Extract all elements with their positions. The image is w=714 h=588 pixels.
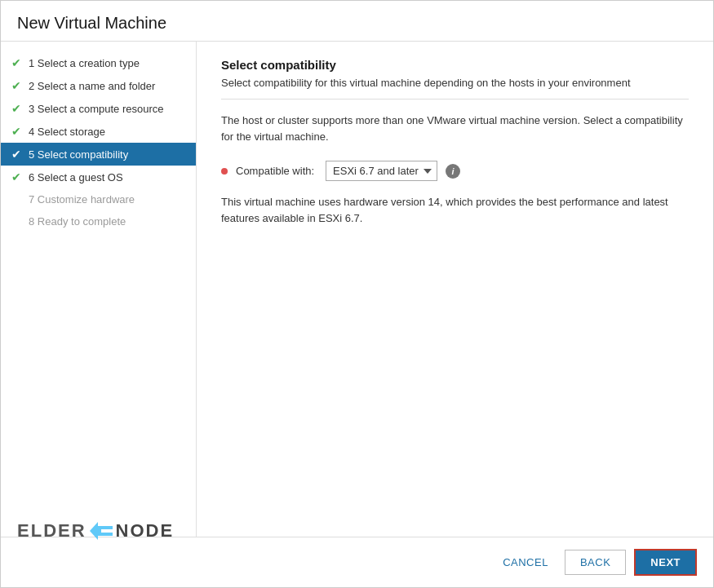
hw-info-text: This virtual machine uses hardware versi…: [221, 194, 689, 226]
sidebar-item-1[interactable]: ✔ 1 Select a creation type: [1, 51, 196, 74]
info-icon[interactable]: i: [446, 164, 460, 179]
step-6-icon: ✔: [9, 170, 24, 183]
sidebar-item-6-text: Select a guest OS: [38, 171, 123, 183]
sidebar-item-5-label: 5: [29, 148, 34, 161]
sidebar: ✔ 1 Select a creation type ✔ 2 Select a …: [1, 42, 197, 537]
dialog-title: New Virtual Machine: [17, 14, 697, 33]
compat-select[interactable]: ESXi 6.7 and later ESXi 6.5 and later ES…: [326, 161, 437, 181]
watermark-logo-arrows: [90, 522, 113, 540]
next-button[interactable]: NEXT: [634, 549, 697, 576]
section-title: Select compatibility: [221, 58, 689, 72]
sidebar-item-8-text: Ready to complete: [38, 215, 126, 228]
sidebar-item-7-label: 7: [29, 193, 34, 206]
sidebar-item-4-label: 4: [29, 126, 34, 138]
sidebar-item-3[interactable]: ✔ 3 Select a compute resource: [1, 97, 196, 120]
sidebar-item-1-text: Select a creation type: [38, 57, 140, 69]
sidebar-item-1-label: 1: [29, 57, 34, 69]
sidebar-item-3-text: Select a compute resource: [38, 103, 164, 115]
step-4-icon: ✔: [9, 125, 24, 138]
back-button[interactable]: BACK: [565, 550, 626, 575]
svg-marker-0: [90, 522, 113, 540]
step-7-icon: [9, 193, 24, 206]
dialog-body: ✔ 1 Select a creation type ✔ 2 Select a …: [1, 42, 713, 537]
step-1-icon: ✔: [9, 56, 24, 69]
sidebar-item-3-label: 3: [29, 103, 34, 115]
watermark: ELDER NODE: [17, 520, 174, 542]
step-5-icon: ✔: [9, 148, 24, 161]
sidebar-item-4[interactable]: ✔ 4 Select storage: [1, 120, 196, 143]
step-2-icon: ✔: [9, 79, 24, 92]
sidebar-item-8-label: 8: [29, 215, 34, 228]
sidebar-item-7-text: Customize hardware: [38, 193, 135, 206]
sidebar-item-6-label: 6: [29, 171, 34, 183]
cancel-button[interactable]: CANCEL: [494, 550, 557, 574]
dialog-footer: CANCEL BACK NEXT: [1, 537, 713, 587]
sidebar-item-4-text: Select storage: [38, 126, 105, 138]
info-text: The host or cluster supports more than o…: [221, 113, 689, 144]
compat-required-dot: [221, 168, 228, 175]
sidebar-item-2-label: 2: [29, 80, 34, 92]
watermark-elder: ELDER: [17, 520, 86, 542]
sidebar-item-6[interactable]: ✔ 6 Select a guest OS: [1, 166, 196, 188]
compat-row: Compatible with: ESXi 6.7 and later ESXi…: [221, 161, 689, 181]
compat-label: Compatible with:: [236, 165, 314, 177]
section-subtitle: Select compatibility for this virtual ma…: [221, 77, 689, 99]
sidebar-item-2-text: Select a name and folder: [38, 80, 156, 92]
step-3-icon: ✔: [9, 102, 24, 115]
main-content: Select compatibility Select compatibilit…: [197, 42, 713, 537]
dialog-header: New Virtual Machine: [1, 1, 713, 42]
sidebar-item-2[interactable]: ✔ 2 Select a name and folder: [1, 74, 196, 97]
sidebar-item-5-text: Select compatibility: [38, 148, 128, 161]
step-8-icon: [9, 215, 24, 228]
sidebar-item-5[interactable]: ✔ 5 Select compatibility: [1, 143, 196, 166]
sidebar-item-8: 8 Ready to complete: [1, 210, 196, 232]
watermark-node: NODE: [116, 520, 175, 542]
sidebar-item-7: 7 Customize hardware: [1, 188, 196, 210]
new-vm-dialog: New Virtual Machine ✔ 1 Select a creatio…: [0, 0, 714, 588]
